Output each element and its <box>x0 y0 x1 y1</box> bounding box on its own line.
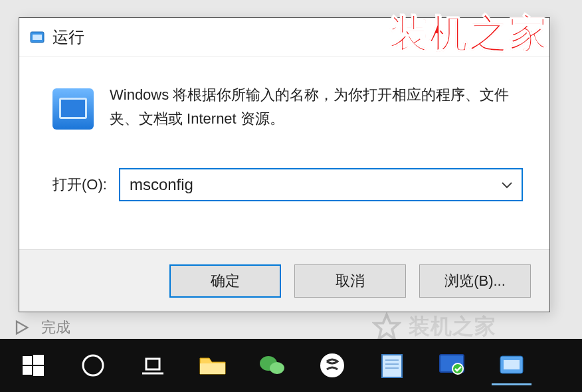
open-combobox[interactable] <box>119 168 523 201</box>
svg-rect-11 <box>200 363 225 374</box>
background-star-icon <box>372 312 401 342</box>
open-label: 打开(O): <box>52 175 107 195</box>
titlebar: 运行 ✕ <box>19 18 549 56</box>
dropdown-toggle[interactable] <box>492 169 522 200</box>
svg-rect-15 <box>382 355 402 377</box>
svg-point-14 <box>320 353 344 377</box>
folder-icon <box>199 354 227 377</box>
open-input[interactable] <box>120 169 492 200</box>
cortana-button[interactable] <box>73 345 113 385</box>
close-icon: ✕ <box>519 26 534 48</box>
monitor-app-button[interactable] <box>432 345 472 385</box>
svg-point-20 <box>452 363 463 374</box>
task-view-button[interactable] <box>133 345 173 385</box>
background-done-text: 完成 <box>41 318 70 338</box>
windows-logo-icon <box>21 353 45 377</box>
svg-rect-7 <box>33 366 44 376</box>
dialog-description: Windows 将根据你所输入的名称，为你打开相应的程序、文件夹、文档或 Int… <box>110 83 523 131</box>
svg-marker-1 <box>375 315 399 340</box>
dialog-body: Windows 将根据你所输入的名称，为你打开相应的程序、文件夹、文档或 Int… <box>19 56 549 249</box>
notepad-button[interactable] <box>372 345 412 385</box>
background-status-row: 完成 <box>12 318 70 338</box>
svg-marker-0 <box>17 322 27 334</box>
svg-rect-3 <box>33 35 42 40</box>
run-dialog-title-icon <box>29 29 46 46</box>
run-taskbar-button[interactable] <box>492 345 532 385</box>
taskbar <box>0 339 582 392</box>
circle-icon <box>81 353 105 377</box>
task-view-icon <box>140 355 166 376</box>
svg-rect-9 <box>146 359 159 369</box>
browser-button[interactable] <box>312 345 352 385</box>
ok-button[interactable]: 确定 <box>169 264 281 298</box>
background-faded-watermark: 装机之家 <box>409 312 496 342</box>
cancel-button[interactable]: 取消 <box>294 264 406 298</box>
run-taskbar-icon <box>498 353 526 376</box>
dialog-footer: 确定 取消 浏览(B)... <box>19 249 549 312</box>
svg-point-13 <box>270 362 284 374</box>
run-dialog: 运行 ✕ Windows 将根据你所输入的名称，为你打开相应的程序、文件夹、文档… <box>19 17 550 312</box>
svg-point-8 <box>83 355 103 375</box>
sogou-icon <box>319 352 345 379</box>
browse-button[interactable]: 浏览(B)... <box>419 264 531 298</box>
monitor-icon <box>438 353 466 378</box>
svg-rect-22 <box>504 360 520 369</box>
wechat-button[interactable] <box>252 345 292 385</box>
chevron-down-icon <box>501 181 513 189</box>
wechat-icon <box>258 353 286 377</box>
dialog-title: 运行 <box>52 27 84 48</box>
close-button[interactable]: ✕ <box>508 23 544 52</box>
file-explorer-button[interactable] <box>193 345 233 385</box>
svg-rect-6 <box>23 366 32 375</box>
svg-rect-5 <box>33 355 44 365</box>
run-large-icon <box>52 88 94 130</box>
svg-rect-4 <box>23 356 32 365</box>
start-button[interactable] <box>13 345 53 385</box>
notepad-icon <box>379 352 405 379</box>
